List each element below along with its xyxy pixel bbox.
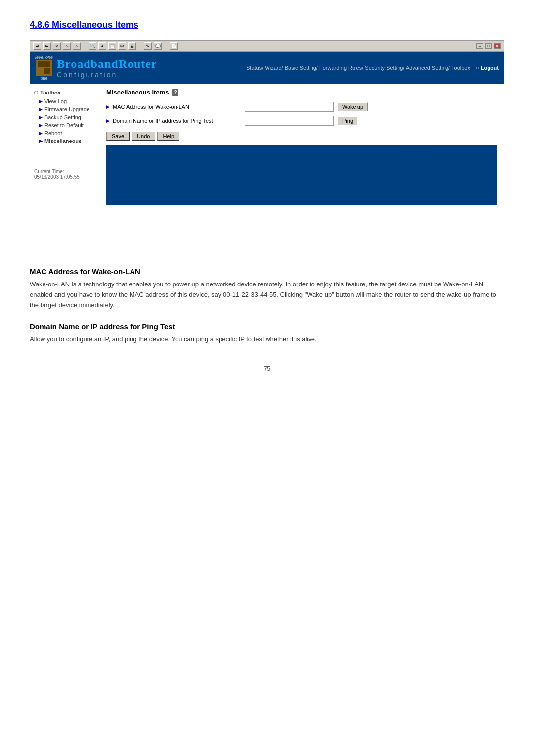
view-button[interactable]: 📄 xyxy=(170,42,178,50)
sidebar-item-label: Reboot xyxy=(44,130,62,136)
nav-forwarding[interactable]: Forwarding Rules/ xyxy=(319,65,363,71)
toolbar-left: ◄ ► ✕ ○ ⌂ 🔍 ★ 📋 ✉ 🖨 ✎ 💬 📄 xyxy=(33,42,178,50)
ping-label-text: Domain Name or IP address for Ping Test xyxy=(113,118,213,124)
brand-sub: Configuration xyxy=(57,71,157,79)
torn-edge-svg xyxy=(106,145,497,205)
close-button[interactable]: ✕ xyxy=(494,43,501,49)
sidebar-item-firmware[interactable]: ▶ Firmware Upgrade xyxy=(30,105,99,113)
ping-address-input[interactable] xyxy=(245,116,334,126)
maximize-button[interactable]: □ xyxy=(485,43,492,49)
sidebar-toolbox-label: Toolbox xyxy=(40,90,61,95)
desc-section-wol: MAC Address for Wake-on-LAN Wake-on-LAN … xyxy=(30,267,504,310)
sidebar-timestamp: Current Time: 05/13/2003 17:05:55 xyxy=(30,165,99,184)
sidebar-arrow-icon: ▶ xyxy=(39,99,43,104)
sidebar-item-label: Backup Setting xyxy=(44,114,81,120)
discuss-button[interactable]: 💬 xyxy=(154,42,162,50)
sidebar-arrow-icon: ▶ xyxy=(39,115,43,120)
logout-button[interactable]: Logout xyxy=(481,65,499,71)
nav-status[interactable]: Status/ xyxy=(246,65,263,71)
form-row-ping-label: ▶ Domain Name or IP address for Ping Tes… xyxy=(106,118,245,124)
level-label: level one xyxy=(35,55,53,60)
router-body: Toolbox ▶ View Log ▶ Firmware Upgrade ▶ … xyxy=(30,84,504,252)
mail-button[interactable]: ✉ xyxy=(118,42,126,50)
form-row-wol: ▶ MAC Address for Wake-on-LAN Wake up xyxy=(106,102,497,112)
router-logo: level one one BroadbandRouter Configurat… xyxy=(35,55,157,81)
nav-wizard[interactable]: Wizard/ xyxy=(265,65,283,71)
print-button[interactable]: 🖨 xyxy=(128,42,136,50)
ping-button[interactable]: Ping xyxy=(338,116,357,125)
sidebar-item-viewlog[interactable]: ▶ View Log xyxy=(30,97,99,105)
sidebar-item-reset[interactable]: ▶ Reset to Default xyxy=(30,121,99,129)
form-row-wol-label: ▶ MAC Address for Wake-on-LAN xyxy=(106,104,245,110)
router-nav: Status/ Wizard/ Basic Setting/ Forwardin… xyxy=(246,65,499,71)
form-actions: Save Undo Help xyxy=(106,132,497,141)
nav-basic[interactable]: Basic Setting/ xyxy=(285,65,318,71)
browser-window: ◄ ► ✕ ○ ⌂ 🔍 ★ 📋 ✉ 🖨 ✎ 💬 📄 − □ ✕ xyxy=(30,40,504,252)
router-sidebar: Toolbox ▶ View Log ▶ Firmware Upgrade ▶ … xyxy=(30,84,99,252)
router-header: level one one BroadbandRouter Configurat… xyxy=(30,52,504,84)
router-ui: level one one BroadbandRouter Configurat… xyxy=(30,52,504,252)
torn-path xyxy=(106,147,497,205)
favorites-button[interactable]: ★ xyxy=(98,42,106,50)
back-button[interactable]: ◄ xyxy=(33,42,41,50)
sidebar-arrow-icon: ▶ xyxy=(39,131,43,136)
wakeup-button[interactable]: Wake up xyxy=(338,102,368,111)
sidebar-item-label: Reset to Default xyxy=(44,122,84,128)
router-main-inner: Miscellaneous Items ? ▶ MAC Address for … xyxy=(106,89,497,205)
edit-button[interactable]: ✎ xyxy=(144,42,152,50)
undo-button[interactable]: Undo xyxy=(132,132,155,141)
timestamp-value: 05/13/2003 17:05:55 xyxy=(34,174,95,180)
desc-section-ping: Domain Name or IP address for Ping Test … xyxy=(30,322,504,345)
brand-text-wrapper: BroadbandRouter Configuration xyxy=(57,57,157,79)
sidebar-section-title: Toolbox xyxy=(30,88,99,97)
sidebar-circle-icon xyxy=(34,91,38,94)
router-main: Miscellaneous Items ? ▶ MAC Address for … xyxy=(99,84,504,252)
desc-section-wol-body: Wake-on-LAN is a technology that enables… xyxy=(30,280,504,310)
forward-button[interactable]: ► xyxy=(43,42,51,50)
sidebar-arrow-icon: ▶ xyxy=(39,107,43,112)
sidebar-item-label: Miscellaneous xyxy=(44,138,82,144)
sidebar-arrow-icon: ▶ xyxy=(39,123,43,128)
sidebar-item-backup[interactable]: ▶ Backup Setting xyxy=(30,113,99,121)
help-button[interactable]: Help xyxy=(157,132,179,141)
form-row-ping: ▶ Domain Name or IP address for Ping Tes… xyxy=(106,116,497,126)
help-icon[interactable]: ? xyxy=(172,89,178,96)
sidebar-arrow-icon: ▶ xyxy=(39,139,43,143)
brand-name: BroadbandRouter xyxy=(57,57,157,71)
sidebar-item-miscellaneous[interactable]: ▶ Miscellaneous xyxy=(30,137,99,145)
browser-toolbar: ◄ ► ✕ ○ ⌂ 🔍 ★ 📋 ✉ 🖨 ✎ 💬 📄 − □ ✕ xyxy=(30,41,504,52)
desc-section-wol-title: MAC Address for Wake-on-LAN xyxy=(30,267,504,276)
history-button[interactable]: 📋 xyxy=(108,42,116,50)
sidebar-item-reboot[interactable]: ▶ Reboot xyxy=(30,129,99,137)
decorative-blue-area xyxy=(106,145,497,205)
page-number: 75 xyxy=(30,365,504,372)
search-button[interactable]: 🔍 xyxy=(89,42,96,50)
minimize-button[interactable]: − xyxy=(476,43,483,49)
main-title-text: Miscellaneous Items xyxy=(106,89,169,96)
row-arrow-icon: ▶ xyxy=(106,118,110,123)
wol-label-text: MAC Address for Wake-on-LAN xyxy=(113,104,189,110)
mac-address-input[interactable] xyxy=(245,102,334,112)
desc-section-ping-title: Domain Name or IP address for Ping Test xyxy=(30,322,504,331)
sidebar-item-label: Firmware Upgrade xyxy=(44,106,89,112)
row-arrow-icon: ▶ xyxy=(106,104,110,109)
nav-toolbox[interactable]: Toolbox xyxy=(451,65,470,71)
sidebar-item-label: View Log xyxy=(44,98,67,104)
timestamp-label: Current Time: xyxy=(34,169,95,174)
stop-button[interactable]: ✕ xyxy=(53,42,61,50)
refresh-button[interactable]: ○ xyxy=(63,42,71,50)
save-button[interactable]: Save xyxy=(106,132,130,141)
logo-one-label: one xyxy=(41,76,48,81)
toolbar-right: − □ ✕ xyxy=(476,43,501,49)
home-button[interactable]: ⌂ xyxy=(73,42,81,50)
main-title: Miscellaneous Items ? xyxy=(106,89,497,96)
section-title: 4.8.6 Miscellaneous Items xyxy=(30,20,504,30)
desc-section-ping-body: Allow you to configure an IP, and ping t… xyxy=(30,334,504,345)
nav-security[interactable]: Security Setting/ xyxy=(365,65,404,71)
nav-advanced[interactable]: Advanced Setting/ xyxy=(406,65,450,71)
